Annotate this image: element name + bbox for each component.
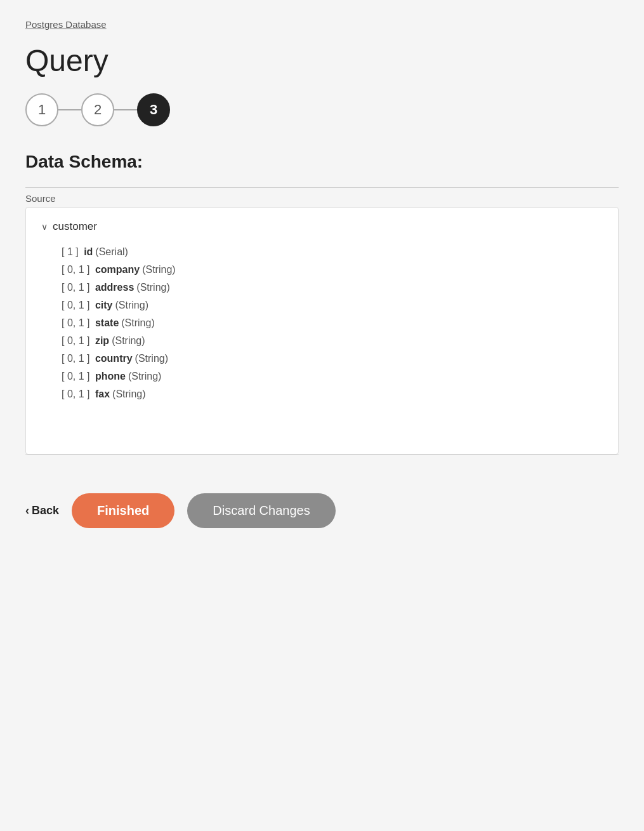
field-type: (String)	[112, 389, 145, 400]
field-range: [ 0, 1 ]	[62, 300, 89, 311]
field-name: country	[95, 353, 133, 364]
field-range: [ 0, 1 ]	[62, 282, 89, 293]
field-row-phone: [ 0, 1 ] phone (String)	[41, 368, 603, 385]
step-2-number: 2	[94, 102, 102, 118]
back-arrow-icon: ‹	[25, 504, 29, 517]
chevron-down-icon: ∨	[41, 222, 48, 232]
step-3-number: 3	[150, 102, 157, 118]
footer-bar: ‹ Back Finished Discard Changes	[25, 481, 619, 528]
stepper: 1 2 3	[25, 93, 619, 126]
section-title: Data Schema:	[25, 152, 619, 172]
field-range: [ 0, 1 ]	[62, 335, 89, 347]
field-type: (String)	[135, 353, 168, 364]
field-row-city: [ 0, 1 ] city (String)	[41, 296, 603, 314]
back-button[interactable]: ‹ Back	[25, 504, 59, 517]
field-range: [ 0, 1 ]	[62, 317, 89, 329]
field-row-zip: [ 0, 1 ] zip (String)	[41, 332, 603, 350]
schema-container: ∨ customer [ 1 ] id (Serial) [ 0, 1 ] co…	[25, 207, 619, 455]
field-type: (String)	[128, 371, 161, 382]
field-name: phone	[95, 371, 126, 382]
field-row-address: [ 0, 1 ] address (String)	[41, 279, 603, 296]
field-row-state: [ 0, 1 ] state (String)	[41, 314, 603, 332]
field-type: (Serial)	[95, 246, 128, 258]
schema-wrapper: Source ∨ customer [ 1 ] id (Serial) [ 0,…	[25, 187, 619, 455]
field-row-fax: [ 0, 1 ] fax (String)	[41, 385, 603, 403]
field-type: (String)	[136, 282, 169, 293]
field-row-company: [ 0, 1 ] company (String)	[41, 261, 603, 279]
step-1[interactable]: 1	[25, 93, 58, 126]
breadcrumb-link[interactable]: Postgres Database	[25, 19, 107, 30]
discard-changes-button[interactable]: Discard Changes	[187, 493, 335, 528]
step-line-2	[114, 109, 137, 110]
field-type: (String)	[121, 317, 154, 329]
field-type: (String)	[112, 335, 145, 347]
field-row-country: [ 0, 1 ] country (String)	[41, 350, 603, 368]
field-type: (String)	[115, 300, 148, 311]
step-1-number: 1	[38, 102, 46, 118]
field-name: state	[95, 317, 119, 329]
step-line-1	[58, 109, 81, 110]
step-3[interactable]: 3	[137, 93, 170, 126]
field-range: [ 0, 1 ]	[62, 353, 89, 364]
field-name: id	[84, 246, 93, 258]
field-name: city	[95, 300, 113, 311]
field-range: [ 0, 1 ]	[62, 371, 89, 382]
source-label: Source	[25, 193, 56, 204]
field-range: [ 0, 1 ]	[62, 389, 89, 400]
table-name: customer	[53, 220, 97, 233]
finished-button[interactable]: Finished	[72, 493, 174, 528]
field-row-id: [ 1 ] id (Serial)	[41, 243, 603, 261]
table-header[interactable]: ∨ customer	[41, 220, 603, 233]
field-name: company	[95, 264, 140, 276]
back-label: Back	[32, 504, 59, 517]
field-type: (String)	[142, 264, 175, 276]
field-name: zip	[95, 335, 109, 347]
field-range: [ 0, 1 ]	[62, 264, 89, 276]
step-2[interactable]: 2	[81, 93, 114, 126]
field-range: [ 1 ]	[62, 246, 79, 258]
page-title: Query	[25, 43, 619, 78]
field-name: fax	[95, 389, 110, 400]
field-name: address	[95, 282, 134, 293]
